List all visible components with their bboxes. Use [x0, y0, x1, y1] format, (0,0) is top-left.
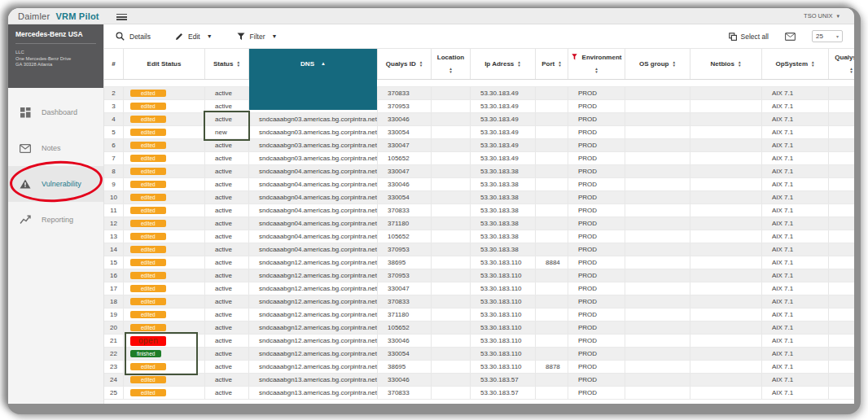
- pencil-icon: [175, 33, 183, 41]
- cell-qid: 330046: [378, 113, 432, 125]
- cell-dns: sndcaaabgn04.americas.bg.corpintra.net: [249, 165, 378, 177]
- cell-edit: edited: [124, 165, 205, 177]
- cell-dns: sndcaaabgn03.americas.bg.corpintra.net: [249, 139, 378, 151]
- filter-button[interactable]: Filter ▼: [237, 33, 278, 41]
- sidebar-item-dashboard[interactable]: Dashboard: [8, 94, 103, 130]
- table-row[interactable]: 24editedactivesndcaaabgn13.americas.bg.c…: [104, 374, 854, 387]
- column-header-osgroup[interactable]: OS group▲▼: [625, 49, 690, 79]
- table-row[interactable]: 15editedactivesndcaaabgn12.americas.bg.c…: [104, 256, 854, 269]
- table-row[interactable]: 8editedactivesndcaaabgn04.americas.bg.co…: [104, 165, 854, 178]
- cell-qid: 330047: [378, 139, 432, 151]
- sidebar-item-reporting[interactable]: Reporting: [8, 202, 103, 238]
- column-header-os[interactable]: OpSystem▲▼: [762, 49, 829, 79]
- edit-status-badge: edited: [130, 363, 166, 370]
- select-all-button[interactable]: Select all: [729, 33, 769, 41]
- details-button[interactable]: Details: [116, 32, 151, 41]
- funnel-icon: [237, 33, 245, 41]
- column-header-port[interactable]: Port▲▼: [536, 49, 568, 79]
- table-row[interactable]: 2editedactivesndcaaabgn03.americas.bg.co…: [104, 87, 854, 100]
- cell-ip: 53.30.183.110: [471, 322, 536, 334]
- table-row[interactable]: 11editedactivesndcaaabgn04.americas.bg.c…: [104, 204, 854, 217]
- edit-status-badge: edited: [130, 220, 166, 227]
- cell-location: [432, 256, 471, 269]
- hamburger-menu-icon[interactable]: [116, 12, 127, 22]
- cell-status: active: [205, 361, 249, 373]
- cell-num: 5: [104, 126, 124, 138]
- cell-qcat: [829, 165, 854, 177]
- sidebar-item-vulnerability[interactable]: Vulnerability: [8, 166, 103, 202]
- table-row[interactable]: 23editedactivesndcaaabgn12.americas.bg.c…: [104, 361, 854, 374]
- cell-ip: 53.30.183.49: [471, 139, 536, 151]
- column-header-dns[interactable]: DNS▲: [249, 49, 378, 79]
- table-row[interactable]: 16editedactivesndcaaabgn12.americas.bg.c…: [104, 269, 854, 282]
- cell-osgroup: [625, 308, 690, 321]
- table-row[interactable]: 18editedactivesndcaaabgn12.americas.bg.c…: [104, 295, 854, 308]
- table-row[interactable]: 12editedactivesndcaaabgn04.americas.bg.c…: [104, 217, 854, 230]
- cell-netbios: [690, 191, 762, 203]
- cell-os: AIX 7.1: [762, 374, 829, 386]
- mail-icon[interactable]: [785, 33, 796, 41]
- column-header-location[interactable]: Location▲▼: [432, 49, 471, 79]
- column-header-status[interactable]: Status▲▼: [205, 49, 249, 79]
- table-row[interactable]: 5editednewsndcaaabgn03.americas.bg.corpi…: [104, 126, 854, 139]
- table-row[interactable]: 10editedactivesndcaaabgn04.americas.bg.c…: [104, 191, 854, 204]
- column-label: Port: [541, 60, 555, 68]
- cell-port: [536, 139, 568, 151]
- cell-dns: sndcaaabgn12.americas.bg.corpintra.net: [249, 269, 378, 282]
- edit-button[interactable]: Edit ▼: [175, 33, 213, 41]
- cell-qcat: [829, 230, 854, 243]
- cell-qid: 105652: [378, 152, 432, 164]
- cell-edit: edited: [124, 361, 205, 373]
- table-row[interactable]: 4editedactivesndcaaabgn03.americas.bg.co…: [104, 113, 854, 126]
- table-row[interactable]: 20editedactivesndcaaabgn12.americas.bg.c…: [104, 322, 854, 335]
- cell-location: [432, 361, 471, 373]
- cell-env: PROD: [568, 178, 625, 190]
- cell-env: PROD: [568, 152, 625, 164]
- table-row[interactable]: 25editedactivesndcaaabgn13.americas.bg.c…: [104, 387, 854, 400]
- table-row[interactable]: 14editedactivesndcaaabgn04.americas.bg.c…: [104, 243, 854, 256]
- column-header-netbios[interactable]: Netbios▲▼: [690, 49, 762, 79]
- cell-os: AIX 7.1: [762, 361, 829, 373]
- select-all-label: Select all: [741, 33, 769, 41]
- column-header-ip[interactable]: Ip Adress▲▼: [471, 49, 536, 79]
- table-row[interactable]: 17editedactivesndcaaabgn12.americas.bg.c…: [104, 282, 854, 295]
- cell-ip: 53.30.183.110: [471, 348, 536, 360]
- table-row[interactable]: 6editedactivesndcaaabgn03.americas.bg.co…: [104, 139, 854, 152]
- table-row[interactable]: 22finishedactivesndcaaabgn12.americas.bg…: [104, 348, 854, 361]
- cell-dns: sndcaaabgn04.americas.bg.corpintra.net: [249, 204, 378, 217]
- cell-qid: 371180: [378, 217, 432, 230]
- cell-qcat: [829, 152, 854, 164]
- cell-qcat: [829, 256, 854, 269]
- table-row[interactable]: 7editedactivesndcaaabgn03.americas.bg.co…: [104, 152, 854, 165]
- column-header-qcat[interactable]: Qualys cat▲▼: [829, 49, 854, 79]
- cell-env: PROD: [568, 165, 625, 177]
- cell-env: PROD: [568, 217, 625, 230]
- cell-num: 14: [104, 243, 124, 256]
- cell-status: active: [205, 243, 249, 256]
- cell-edit: open: [124, 335, 205, 347]
- table-row[interactable]: 9editedactivesndcaaabgn04.americas.bg.co…: [104, 178, 854, 191]
- cell-num: 11: [104, 204, 124, 217]
- table-row[interactable]: 19editedactivesndcaaabgn12.americas.bg.c…: [104, 308, 854, 322]
- table-row[interactable]: 1editedactivesndcaaabgn03.americas.bg.co…: [104, 80, 854, 87]
- cell-num: 17: [104, 282, 124, 295]
- details-label: Details: [129, 33, 151, 41]
- sidebar-item-notes[interactable]: Notes: [8, 130, 103, 166]
- sort-icon: ▲▼: [672, 61, 676, 68]
- edit-label: Edit: [188, 33, 200, 41]
- user-menu[interactable]: TSO UNIX ▾: [804, 12, 854, 20]
- column-header-env[interactable]: Environment▲▼: [568, 49, 625, 79]
- table-row[interactable]: 21openactivesndcaaabgn12.americas.bg.cor…: [104, 335, 854, 348]
- page-size-select[interactable]: 25 ▾: [812, 30, 843, 42]
- column-header-qid[interactable]: Qualys ID▲▼: [378, 49, 432, 79]
- edit-status-badge: edited: [130, 103, 166, 110]
- cell-dns: sndcaaabgn03.americas.bg.corpintra.net: [249, 113, 378, 125]
- cell-status: active: [205, 308, 249, 321]
- page-size-value: 25: [816, 33, 823, 40]
- cell-os: AIX 7.1: [762, 308, 829, 321]
- cell-osgroup: [625, 374, 690, 386]
- column-label: Edit Status: [147, 60, 182, 68]
- table-row[interactable]: 13editedactivesndcaaabgn04.americas.bg.c…: [104, 230, 854, 243]
- cell-location: [432, 295, 471, 308]
- table-row[interactable]: 3editedactivesndcaaabgn03.americas.bg.co…: [104, 100, 854, 113]
